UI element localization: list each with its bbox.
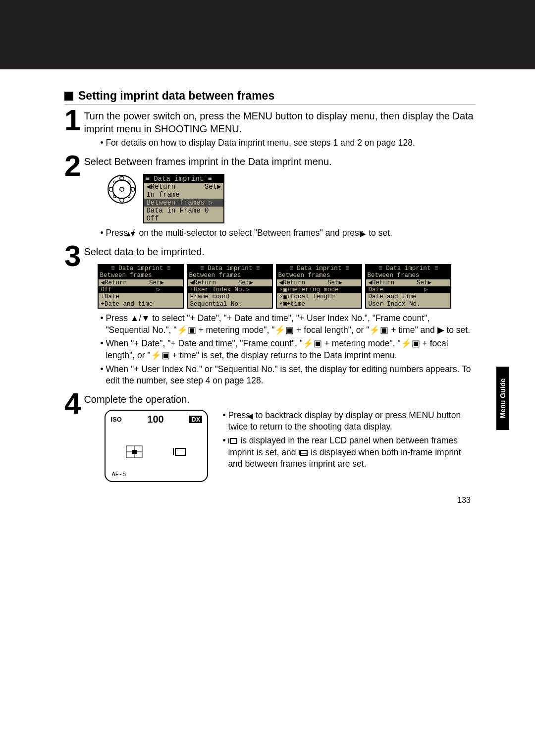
rear-iso-label: ISO — [110, 416, 121, 423]
s2b1-c: to set. — [366, 228, 392, 238]
heading-square-icon — [64, 92, 73, 101]
multi-selector-dial-icon — [107, 174, 137, 205]
imprint-indicator-icon — [172, 446, 187, 457]
s3b3: When "+ User Index No." or "Sequential N… — [106, 364, 471, 386]
lcd4-ret: ◀Return Set▶ — [366, 279, 450, 286]
step-1-main: Turn the power switch on, press the MENU… — [84, 109, 476, 135]
lcd2-r2: Frame count — [188, 293, 272, 300]
lcd-row-off: Off — [144, 215, 223, 222]
lcd1-r3: +Date and time — [99, 301, 183, 308]
lcd1-hl: Off ▷ — [99, 286, 183, 293]
lcd-row-inframe: In frame — [144, 191, 223, 199]
s3b1: Press ▲/▼ to select "+ Date", "+ Date an… — [106, 313, 470, 335]
step-3-bullet-1: • Press ▲/▼ to select "+ Date", "+ Date … — [100, 313, 476, 336]
s4b1-b: to backtrack display by display or press… — [228, 410, 461, 432]
lcd4-r2: Date and time — [366, 293, 450, 300]
step-1-number: 1 — [64, 108, 81, 151]
both-imprint-indicator-icon — [298, 449, 308, 456]
lcd2-title: ≡ Data imprint ≡ — [188, 265, 272, 272]
step-2-bullet-1: • Press / on the multi-selector to selec… — [100, 227, 476, 239]
step-4-number: 4 — [64, 392, 81, 482]
lcd-screen-1: ≡ Data imprint ≡ Between frames ◀Return … — [98, 264, 184, 309]
lcd2-hl: +User Index No.▷ — [188, 286, 272, 293]
lcd3-ret: ◀Return Set▶ — [277, 279, 361, 286]
lcd-title: ≡ Data imprint ≡ — [145, 175, 212, 183]
lcd1-title: ≡ Data imprint ≡ — [99, 265, 183, 272]
lcd1-sub: Between frames — [99, 272, 183, 279]
between-frames-indicator-icon — [228, 437, 238, 444]
svg-point-2 — [120, 187, 124, 191]
svg-rect-12 — [132, 450, 137, 454]
step-3-bullet-2: • When "+ Date", "+ Date and time", "Fra… — [100, 338, 476, 361]
lcd-screen-3: ≡ Data imprint ≡ Between frames ◀Return … — [276, 264, 362, 309]
step-4-main: Complete the operation. — [84, 393, 476, 406]
svg-rect-22 — [301, 450, 307, 455]
lcd-menu-data-imprint: ≡ Data imprint ≡ ◀Return Set▶ In frame B… — [143, 174, 224, 224]
lcd2-ret: ◀Return Set▶ — [188, 279, 272, 286]
rear-iso-value: 100 — [147, 414, 163, 425]
header-black-bar — [0, 0, 535, 69]
lcd-screens-row: ≡ Data imprint ≡ Between frames ◀Return … — [98, 264, 476, 309]
lcd-row-data-in-frame: Data in Frame 0 — [144, 207, 223, 215]
step-3-bullet-3: • When "+ User Index No." or "Sequential… — [100, 364, 476, 387]
page-number: 133 — [457, 496, 471, 505]
step-4-bullet-2: • is displayed in the rear LCD panel whe… — [222, 435, 476, 470]
svg-point-1 — [113, 180, 131, 198]
lcd3-hl: ⚡▣+metering mode — [277, 286, 361, 293]
lcd3-sub: Between frames — [277, 272, 361, 279]
lcd3-r3: ⚡▣+time — [277, 301, 361, 308]
lcd4-title: ≡ Data imprint ≡ — [366, 265, 450, 272]
s2b1-b: on the multi-selector to select "Between… — [137, 228, 366, 238]
step-3-number: 3 — [64, 244, 81, 389]
lcd3-r2: ⚡▣+focal length — [277, 293, 361, 300]
lcd-row-return: ◀Return Set▶ — [144, 183, 223, 191]
side-tab-menu-guide: Menu Guide — [496, 367, 509, 430]
lcd-screen-4: ≡ Data imprint ≡ Between frames ◀Return … — [365, 264, 451, 309]
lcd2-sub: Between frames — [188, 272, 272, 279]
step-2-number: 2 — [64, 154, 81, 241]
rear-lcd-panel: ISO 100 DX — [105, 410, 208, 482]
lcd-row-between-frames: Between frames ▷ — [144, 199, 223, 207]
rear-af-mode: AF-S — [110, 471, 202, 478]
step-3: 3 Select data to be imprinted. ≡ Data im… — [64, 244, 476, 389]
af-area-icon — [126, 445, 143, 458]
lcd4-sub: Between frames — [366, 272, 450, 279]
step-4: 4 Complete the operation. ISO 100 DX — [64, 392, 476, 482]
rear-dx-badge: DX — [189, 416, 202, 423]
lcd4-r3: User Index No. — [366, 301, 450, 308]
lcd4-hl: Date ▷ — [366, 286, 450, 293]
lcd-screen-2: ≡ Data imprint ≡ Between frames ◀Return … — [187, 264, 273, 309]
step-1-bullet-1: • For details on how to display Data imp… — [100, 137, 476, 149]
heading-text: Setting imprint data between frames — [78, 89, 274, 103]
lcd1-r2: +Date — [99, 293, 183, 300]
s3b2: When "+ Date", "+ Date and time", "Frame… — [106, 338, 448, 360]
step-2: 2 Select Between frames imprint in the D… — [64, 154, 476, 241]
step-4-bullet-1: • Press to backtrack display by display … — [222, 410, 476, 433]
step-1: 1 Turn the power switch on, press the ME… — [64, 108, 476, 151]
step-2-main: Select Between frames imprint in the Dat… — [84, 155, 476, 168]
svg-rect-20 — [230, 438, 237, 443]
lcd1-ret: ◀Return Set▶ — [99, 279, 183, 286]
svg-rect-18 — [175, 448, 185, 455]
section-heading: Setting imprint data between frames — [64, 89, 476, 105]
step-3-main: Select data to be imprinted. — [84, 245, 476, 258]
step-1-bullet-1-text: For details on how to display Data impri… — [106, 138, 415, 148]
lcd2-r3: Sequential No. — [188, 301, 272, 308]
lcd3-title: ≡ Data imprint ≡ — [277, 265, 361, 272]
